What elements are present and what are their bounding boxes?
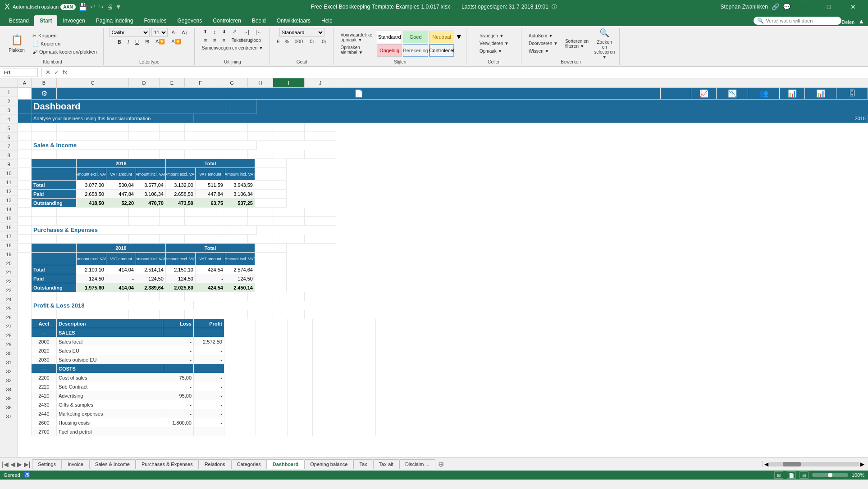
col-header-d[interactable]: D [129,78,160,87]
cell[interactable] [256,409,288,418]
purchases-expenses-title[interactable]: Purchases & Expenses [32,226,225,235]
cell[interactable] [18,427,32,436]
cell[interactable] [256,382,288,391]
cell[interactable]: 2.100,10 [77,265,106,274]
si-col4[interactable]: Amount excl. VAT [166,168,196,181]
cell[interactable] [32,235,57,244]
autosum-button[interactable]: AutoSom ▼ [526,32,561,39]
col-header-c[interactable]: C [57,78,129,87]
info-icon[interactable]: ⓘ [552,4,557,10]
pl-loss-4[interactable] [163,364,194,373]
tab-pagina-indeling[interactable]: Pagina-indeling [91,15,139,26]
add-sheet-button[interactable]: ⊕ [435,460,447,468]
cell[interactable] [18,244,32,253]
pl-loss-header[interactable]: Loss [163,319,194,328]
pl-desc-0[interactable]: SALES [57,328,163,337]
cell[interactable] [129,150,160,159]
cell[interactable] [18,400,32,409]
cell[interactable]: 537,25 [225,199,255,208]
cell[interactable] [288,409,313,418]
cell[interactable]: 511,59 [196,181,225,190]
cell[interactable]: 3.106,34 [136,190,166,199]
cell[interactable] [224,337,256,346]
cell[interactable]: 2.574,64 [225,265,255,274]
cell[interactable] [313,391,344,400]
si-col6[interactable]: Amount incl. VAT [225,168,255,181]
cell[interactable] [18,409,32,418]
cell[interactable] [305,132,336,141]
table-icon[interactable]: 📊 [780,88,805,100]
pl-desc-8[interactable]: Gifts & samples [57,400,163,409]
cell[interactable] [273,292,305,301]
cut-button[interactable]: ✂ Knippen [30,32,100,40]
pl-profit-3[interactable]: - [194,355,224,364]
indent-increase-button[interactable]: →| [240,28,252,36]
page-layout-view-button[interactable]: 📄 [787,471,796,479]
cell[interactable] [313,346,344,355]
comments-icon[interactable]: 💬 [783,3,790,10]
pl-title[interactable]: Profit & Loss 2018 [32,301,194,310]
cell[interactable] [288,391,313,400]
pl-profit-0[interactable] [194,328,224,337]
cell[interactable] [216,208,248,217]
cell[interactable] [248,292,273,301]
close-button[interactable]: ✕ [843,0,863,14]
cell[interactable] [344,346,376,355]
cell[interactable] [18,283,32,292]
cell[interactable] [18,190,32,199]
tab-formules[interactable]: Formules [139,15,172,26]
increase-font-button[interactable]: A↑ [169,29,179,36]
pl-profit-6[interactable]: - [194,382,224,391]
cell[interactable] [661,88,691,100]
align-middle-button[interactable]: ↕ [211,28,219,36]
col-header-b[interactable]: B [32,78,57,87]
si-row-label-0[interactable]: Total [32,181,77,190]
cell[interactable] [273,208,305,217]
cell[interactable] [305,310,336,319]
cell[interactable]: 414,04 [106,265,136,274]
pl-desc-6[interactable]: Sub Contract [57,382,163,391]
pl-profit-2[interactable]: - [194,346,224,355]
cell[interactable] [344,427,376,436]
cell[interactable] [313,337,344,346]
format-painter-button[interactable]: 🖌 Opmaak kopiëren/plakken [30,48,100,55]
scroll-right-button[interactable]: ▶ [860,461,864,467]
cell[interactable] [32,292,57,301]
sheet-tab-sales-income[interactable]: Sales & Income [89,459,136,469]
cell[interactable]: 470,70 [136,199,166,208]
clear-button[interactable]: Wissen ▼ [526,48,561,54]
pl-desc-4[interactable]: COSTS [57,364,163,373]
pl-desc-10[interactable]: Housing costs [57,418,163,427]
minimize-button[interactable]: ─ [794,0,815,14]
cell[interactable] [248,235,273,244]
cell[interactable] [313,382,344,391]
customize-icon[interactable]: ▼ [115,3,122,10]
pl-acct-8[interactable]: 2430 [32,400,57,409]
pl-profit-10[interactable]: - [194,418,224,427]
cell[interactable] [129,292,160,301]
cell[interactable] [248,150,273,159]
cell-a2[interactable] [18,100,32,114]
tab-nav-left[interactable]: |◀ [2,461,9,468]
sheet-tab-categories[interactable]: Categories [231,459,267,469]
cell[interactable] [18,418,32,427]
tab-bestand[interactable]: Bestand [4,15,34,26]
cell[interactable] [344,373,376,382]
pl-desc-11[interactable]: Fuel and petrol [57,427,163,436]
cell[interactable] [129,123,160,132]
cell[interactable]: Amount incl. VAT [136,253,166,265]
cell[interactable] [160,150,185,159]
align-right-button[interactable]: ≡ [220,36,228,44]
sort-filter-button[interactable]: Sorteren enfilteren ▼ [562,38,591,50]
cell[interactable] [224,427,256,436]
cell[interactable]: 124,50 [166,274,196,283]
cell[interactable] [57,217,129,226]
cell[interactable] [224,319,256,328]
name-box[interactable]: I61 [2,68,38,77]
normal-view-button[interactable]: ⊞ [774,471,783,479]
cell[interactable] [305,208,336,217]
cell[interactable]: 1.975,60 [77,283,106,292]
status-accessibility-icon[interactable]: ♿ [24,472,31,478]
cell[interactable] [32,150,57,159]
cell[interactable] [288,382,313,391]
